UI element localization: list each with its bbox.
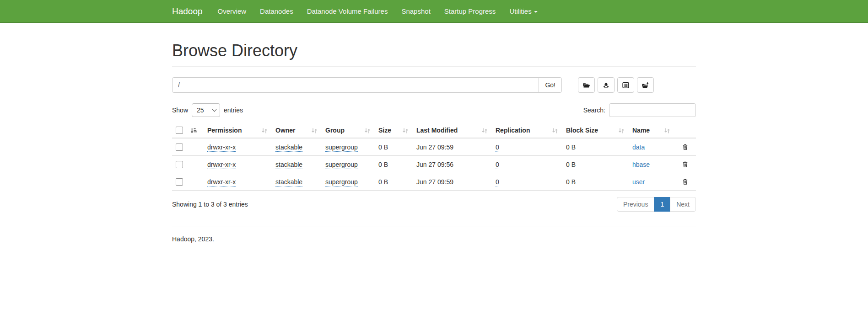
search-box: Search: — [583, 103, 696, 117]
list-alt-icon — [622, 81, 630, 89]
sort-icon — [261, 127, 268, 134]
table-header-row: Permission Owner Group Size Last Modifie… — [172, 123, 696, 138]
dir-link-data[interactable]: data — [632, 144, 645, 151]
dir-link-hbase[interactable]: hbase — [632, 161, 650, 168]
group-cell[interactable]: supergroup — [325, 178, 358, 186]
create-directory-button[interactable] — [578, 77, 595, 93]
pagination-previous[interactable]: Previous — [617, 197, 654, 212]
entries-select[interactable]: 25 — [192, 103, 220, 117]
header-replication[interactable]: Replication — [492, 123, 562, 138]
sort-icon — [311, 127, 318, 134]
nav-item-utilities[interactable]: Utilities — [502, 0, 544, 22]
sort-icon — [618, 127, 625, 134]
row-checkbox[interactable] — [176, 144, 183, 151]
size-cell: 0 B — [375, 156, 413, 173]
permission-cell[interactable]: drwxr-xr-x — [207, 161, 236, 169]
sort-asc-icon — [190, 127, 197, 134]
search-label: Search: — [583, 106, 605, 114]
nav-item-startup-progress[interactable]: Startup Progress — [437, 0, 503, 22]
table-info: Showing 1 to 3 of 3 entries — [172, 201, 248, 208]
trash-icon — [682, 160, 689, 168]
utilities-label: Utilities — [509, 7, 531, 15]
nav-item-datanodes[interactable]: Datanodes — [253, 0, 300, 22]
size-cell: 0 B — [375, 173, 413, 191]
sort-icon — [551, 127, 559, 134]
row-checkbox[interactable] — [176, 178, 183, 186]
nav-item-snapshot[interactable]: Snapshot — [394, 0, 437, 22]
table-row: drwxr-xr-x stackable supergroup 0 B Jun … — [172, 138, 696, 156]
upload-icon — [602, 81, 610, 89]
table-row: drwxr-xr-x stackable supergroup 0 B Jun … — [172, 156, 696, 173]
top-navbar: Hadoop Overview Datanodes Datanode Volum… — [0, 0, 868, 23]
caret-down-icon — [534, 11, 538, 13]
owner-cell[interactable]: stackable — [275, 178, 302, 186]
pagination: Previous 1 Next — [617, 197, 696, 212]
divider — [172, 227, 696, 227]
page-title: Browse Directory — [172, 42, 696, 60]
folder-open-icon — [582, 81, 590, 89]
replication-cell[interactable]: 0 — [496, 144, 499, 152]
sort-icon — [481, 127, 488, 134]
brand-hadoop[interactable]: Hadoop — [172, 0, 211, 22]
header-select-all[interactable] — [172, 123, 204, 138]
list-alt-button[interactable] — [617, 77, 634, 93]
delete-button[interactable] — [682, 160, 689, 168]
nav-links: Overview Datanodes Datanode Volume Failu… — [211, 0, 545, 22]
sort-icon — [402, 127, 409, 134]
table-controls: Show 25 entries Search: — [172, 103, 696, 117]
header-size[interactable]: Size — [375, 123, 413, 138]
permission-cell[interactable]: drwxr-xr-x — [207, 144, 236, 152]
directory-table: Permission Owner Group Size Last Modifie… — [172, 123, 696, 191]
replication-cell[interactable]: 0 — [496, 178, 499, 186]
pagination-page-1[interactable]: 1 — [654, 197, 670, 212]
block-size-cell: 0 B — [562, 156, 629, 173]
size-cell: 0 B — [375, 138, 413, 156]
path-bar: Go! — [172, 77, 696, 93]
block-size-cell: 0 B — [562, 138, 629, 156]
header-block-size[interactable]: Block Size — [562, 123, 629, 138]
delete-button[interactable] — [682, 178, 689, 186]
header-owner[interactable]: Owner — [272, 123, 322, 138]
select-all-checkbox[interactable] — [176, 127, 183, 134]
last-modified-cell: Jun 27 09:59 — [413, 173, 492, 191]
entries-label: entries — [224, 106, 243, 114]
last-modified-cell: Jun 27 09:56 — [413, 156, 492, 173]
trash-icon — [682, 143, 689, 151]
sort-icon — [364, 127, 371, 134]
permission-cell[interactable]: drwxr-xr-x — [207, 178, 236, 186]
header-actions — [674, 123, 696, 138]
owner-cell[interactable]: stackable — [275, 161, 302, 169]
header-last-modified[interactable]: Last Modified — [413, 123, 492, 138]
nav-item-overview[interactable]: Overview — [211, 0, 253, 22]
nav-item-datanode-volume-failures[interactable]: Datanode Volume Failures — [300, 0, 395, 22]
header-group[interactable]: Group — [322, 123, 375, 138]
folder-move-button[interactable] — [637, 77, 654, 93]
divider — [172, 66, 696, 67]
header-name[interactable]: Name — [629, 123, 674, 138]
trash-icon — [682, 178, 689, 186]
owner-cell[interactable]: stackable — [275, 144, 302, 152]
table-row: drwxr-xr-x stackable supergroup 0 B Jun … — [172, 173, 696, 191]
pagination-next[interactable]: Next — [670, 197, 696, 212]
sort-icon — [663, 127, 671, 134]
row-checkbox[interactable] — [176, 161, 183, 168]
search-input[interactable] — [609, 103, 696, 117]
block-size-cell: 0 B — [562, 173, 629, 191]
header-permission[interactable]: Permission — [204, 123, 272, 138]
last-modified-cell: Jun 27 09:59 — [413, 138, 492, 156]
go-button[interactable]: Go! — [539, 77, 562, 93]
length-menu: Show 25 entries — [172, 103, 243, 117]
footer-text: Hadoop, 2023. — [172, 235, 696, 243]
replication-cell[interactable]: 0 — [496, 161, 499, 169]
delete-button[interactable] — [682, 143, 689, 151]
show-label: Show — [172, 106, 188, 114]
folder-move-icon — [642, 81, 649, 89]
group-cell[interactable]: supergroup — [325, 161, 358, 169]
upload-files-button[interactable] — [598, 77, 615, 93]
dir-link-user[interactable]: user — [632, 178, 645, 186]
explorer-toolbar — [578, 77, 654, 93]
directory-path-input[interactable] — [172, 77, 539, 93]
group-cell[interactable]: supergroup — [325, 144, 358, 152]
